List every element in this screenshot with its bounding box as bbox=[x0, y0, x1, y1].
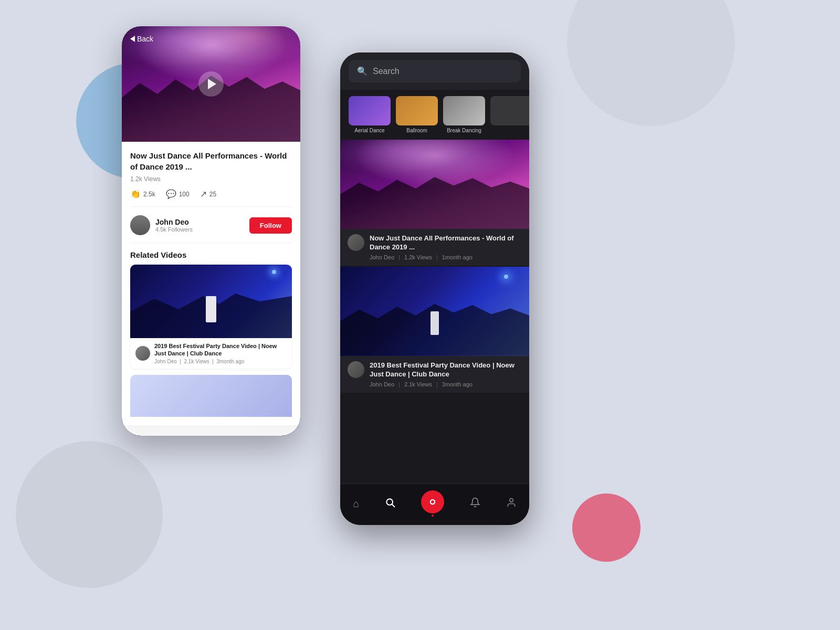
categories-row: Aerial Dance Ballroom Break Dancing bbox=[340, 90, 529, 140]
nav-notifications[interactable] bbox=[470, 497, 480, 510]
likes-count: 2.5k bbox=[143, 191, 155, 198]
share-icon: ↗ bbox=[200, 189, 207, 199]
aerial-label: Aerial Dance bbox=[349, 128, 391, 133]
more-thumb bbox=[490, 96, 529, 125]
channel-details: John Deo 4.5k Followers bbox=[155, 218, 193, 233]
right-card-title-1: Now Just Dance All Performances - World … bbox=[370, 234, 522, 252]
right-time-2: 3month ago bbox=[442, 381, 472, 387]
right-light bbox=[504, 275, 508, 279]
like-icon: 👏 bbox=[130, 189, 141, 199]
sep-2: | bbox=[436, 254, 438, 260]
left-phone-inner: Back Now Just Dance All Performances - W… bbox=[122, 26, 300, 436]
right-dancer bbox=[430, 311, 439, 335]
shares-count: 25 bbox=[209, 191, 216, 198]
video-views: 1.2k Views bbox=[130, 175, 292, 183]
svg-line-1 bbox=[392, 504, 395, 507]
nav-search[interactable] bbox=[385, 497, 395, 510]
search-nav-icon bbox=[385, 497, 395, 510]
channel-row: John Deo 4.5k Followers Follow bbox=[130, 215, 292, 243]
break-thumb bbox=[443, 96, 485, 125]
right-video-card-1[interactable]: Now Just Dance All Performances - World … bbox=[340, 140, 529, 266]
right-views-1: 1.2k Views bbox=[404, 254, 432, 260]
aerial-person bbox=[349, 96, 391, 125]
category-aerial[interactable]: Aerial Dance bbox=[349, 96, 391, 133]
right-author-1: John Deo bbox=[370, 254, 394, 260]
left-phone: Back Now Just Dance All Performances - W… bbox=[122, 26, 300, 436]
svg-point-4 bbox=[509, 498, 513, 502]
channel-name: John Deo bbox=[155, 218, 193, 226]
sep-3: | bbox=[398, 381, 400, 387]
search-box[interactable]: 🔍 Search bbox=[349, 60, 521, 82]
right-thumb-purple bbox=[340, 140, 529, 229]
right-card-sub-2: John Deo | 2.1k Views | 3month ago bbox=[370, 381, 522, 387]
video-hero[interactable]: Back bbox=[122, 26, 300, 142]
break-person bbox=[443, 96, 485, 125]
right-avatar-2 bbox=[348, 361, 364, 378]
shares-stat[interactable]: ↗ 25 bbox=[200, 189, 216, 199]
profile-icon bbox=[506, 497, 517, 510]
right-video-card-2[interactable]: 2019 Best Festival Party Dance Video | N… bbox=[340, 267, 529, 393]
partial-thumb bbox=[130, 375, 292, 417]
nav-profile[interactable] bbox=[506, 497, 517, 510]
nav-home[interactable]: ⌂ bbox=[353, 498, 359, 510]
comments-stat[interactable]: 💬 100 bbox=[166, 189, 190, 199]
follow-button[interactable]: Follow bbox=[249, 217, 292, 234]
right-avatar-1 bbox=[348, 234, 364, 251]
thumb-light bbox=[272, 270, 276, 274]
decorative-circle-gray-left bbox=[16, 441, 163, 588]
bell-icon bbox=[470, 497, 480, 510]
channel-info: John Deo 4.5k Followers bbox=[130, 215, 193, 235]
related-video-title-1: 2019 Best Festival Party Dance Video | N… bbox=[154, 342, 287, 358]
related-video-card-2-partial bbox=[130, 375, 292, 417]
category-ballroom[interactable]: Ballroom bbox=[396, 96, 438, 133]
category-break[interactable]: Break Dancing bbox=[443, 96, 485, 133]
related-author-1: John Deo bbox=[154, 359, 177, 364]
right-scroll-area[interactable]: Aerial Dance Ballroom Break Dancing bbox=[340, 90, 529, 484]
right-thumb-blue bbox=[340, 267, 529, 356]
related-thumb-1 bbox=[130, 265, 292, 338]
related-video-card-1[interactable]: 2019 Best Festival Party Dance Video | N… bbox=[130, 265, 292, 369]
right-card-sub-1: John Deo | 1.2k Views | 1month ago bbox=[370, 254, 522, 260]
search-icon: 🔍 bbox=[357, 66, 368, 76]
decorative-circle-pink bbox=[572, 494, 640, 562]
bottom-nav: ⌂ bbox=[340, 484, 529, 525]
right-card-title-2: 2019 Best Festival Party Dance Video | N… bbox=[370, 361, 522, 379]
related-videos-heading: Related Videos bbox=[130, 250, 292, 259]
ballroom-label: Ballroom bbox=[396, 128, 438, 133]
home-icon: ⌂ bbox=[353, 498, 359, 510]
comments-count: 100 bbox=[179, 191, 190, 198]
search-input[interactable]: Search bbox=[373, 67, 400, 76]
aerial-thumb bbox=[349, 96, 391, 125]
likes-stat[interactable]: 👏 2.5k bbox=[130, 189, 155, 199]
channel-avatar bbox=[130, 215, 150, 235]
right-card-meta-2: 2019 Best Festival Party Dance Video | N… bbox=[340, 356, 529, 393]
related-time-1: 3month ago bbox=[216, 359, 244, 364]
back-button[interactable]: Back bbox=[130, 35, 153, 43]
right-views-2: 2.1k Views bbox=[404, 381, 432, 387]
record-icon bbox=[421, 490, 444, 513]
right-card-meta-1: Now Just Dance All Performances - World … bbox=[340, 229, 529, 266]
nav-record[interactable] bbox=[421, 490, 444, 517]
related-video-sub-1: John Deo | 2.1k Views | 3month ago bbox=[154, 359, 287, 364]
svg-point-3 bbox=[431, 500, 434, 503]
related-views-1: 2.1k Views bbox=[184, 359, 209, 364]
sep-1: | bbox=[398, 254, 400, 260]
category-more[interactable] bbox=[490, 96, 529, 133]
channel-followers: 4.5k Followers bbox=[155, 226, 193, 233]
video-title: Now Just Dance All Performances - World … bbox=[130, 150, 292, 172]
avatar-image bbox=[130, 215, 150, 235]
thumb-dancer bbox=[206, 296, 216, 322]
back-label: Back bbox=[137, 35, 153, 43]
comment-icon: 💬 bbox=[166, 189, 176, 199]
right-phone: 🔍 Search Aerial Dance Ballroom bbox=[340, 52, 529, 525]
related-avatar-1 bbox=[135, 346, 150, 361]
right-card-info-2: 2019 Best Festival Party Dance Video | N… bbox=[370, 361, 522, 387]
ballroom-thumb bbox=[396, 96, 438, 125]
related-info-1: 2019 Best Festival Party Dance Video | N… bbox=[154, 342, 287, 364]
right-phone-inner: 🔍 Search Aerial Dance Ballroom bbox=[340, 52, 529, 525]
video-content: Now Just Dance All Performances - World … bbox=[122, 142, 300, 425]
search-header: 🔍 Search bbox=[340, 52, 529, 90]
right-card-info-1: Now Just Dance All Performances - World … bbox=[370, 234, 522, 260]
play-button[interactable] bbox=[198, 71, 224, 97]
right-time-1: 1month ago bbox=[442, 254, 472, 260]
